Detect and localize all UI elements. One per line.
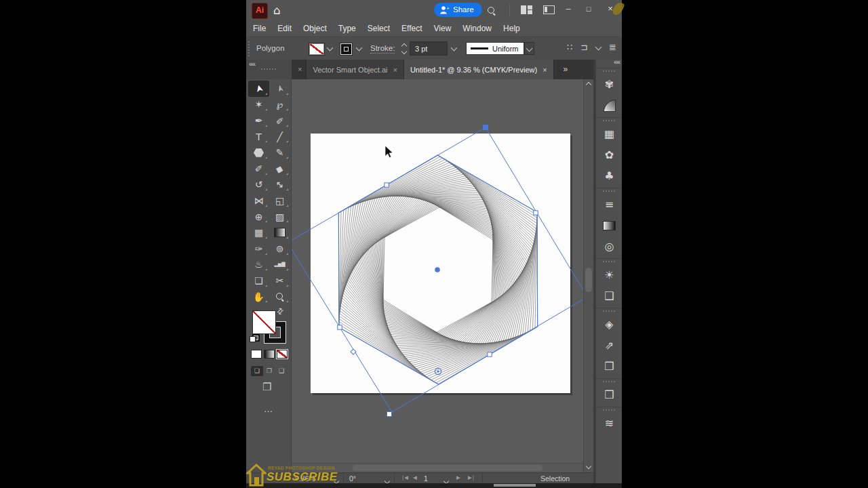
perspective-grid-tool[interactable]: ▨	[269, 209, 290, 225]
panel-group-grip[interactable]	[603, 120, 615, 121]
graphic-styles-panel-button[interactable]: ❑	[596, 285, 622, 306]
home-icon[interactable]: ⌂	[273, 2, 281, 18]
panel-group-grip[interactable]	[603, 190, 615, 192]
tab-close-icon[interactable]: ×	[542, 66, 547, 74]
tab-untitled-1[interactable]: Untitled-1* @ 9.36 % (CMYK/Preview) ×	[404, 60, 554, 79]
slice-tool[interactable]: ✂	[269, 272, 290, 289]
swap-fill-stroke-icon[interactable]: ⇄	[275, 306, 285, 317]
hand-tool[interactable]: ✋	[248, 289, 269, 305]
mesh-tool[interactable]: ▦	[248, 224, 269, 241]
graph-options-chevron-icon[interactable]	[595, 44, 602, 51]
selection-mid-handle[interactable]	[534, 211, 538, 215]
panel-group-grip[interactable]	[603, 310, 615, 312]
magic-wand-tool[interactable]: ✶	[248, 97, 269, 113]
pen-tool[interactable]: ✒	[248, 113, 269, 129]
graph-options-icon[interactable]: ⊐	[580, 43, 588, 52]
fill-color-swatch[interactable]	[252, 310, 276, 334]
hscroll-thumb[interactable]	[353, 465, 542, 471]
gradient-button[interactable]	[264, 350, 275, 359]
tab-vector-smart-object[interactable]: Vector Smart Object.ai ×	[307, 60, 403, 79]
layers-panel-button[interactable]: ◈	[596, 314, 622, 335]
collapse-left-dock-icon[interactable]: ««	[249, 60, 255, 68]
gradient-panel-button[interactable]	[596, 215, 622, 236]
minimize-button[interactable]: –	[559, 0, 577, 18]
menu-file[interactable]: File	[253, 24, 266, 33]
fill-chevron-icon[interactable]	[327, 45, 334, 52]
width-profile-chevron[interactable]	[524, 42, 534, 55]
rotate-tool[interactable]: ↺	[248, 177, 269, 193]
panel-group-grip[interactable]	[603, 261, 615, 262]
paintbrush-tool[interactable]: ✎	[269, 144, 290, 161]
tab-overflow-icon[interactable]: »	[558, 60, 574, 79]
last-page-icon[interactable]: ▶❘	[468, 474, 475, 481]
fill-swatch[interactable]	[309, 43, 325, 56]
selection-mid-handle[interactable]	[384, 183, 389, 187]
clipped-tab-close-icon[interactable]: ×	[292, 60, 307, 79]
type-tool[interactable]: T	[248, 129, 269, 145]
menu-window[interactable]: Window	[462, 24, 492, 33]
blend-tool[interactable]: ⊚	[269, 241, 290, 257]
lasso-tool[interactable]: ℘	[269, 97, 290, 113]
stroke-weight-chevron-icon[interactable]	[451, 45, 458, 52]
prev-page-icon[interactable]: ◀	[413, 474, 416, 481]
asset-export-panel-button[interactable]: ⇗	[596, 335, 622, 356]
stroke-panel-button[interactable]: ≡	[596, 194, 622, 215]
scale-tool[interactable]: ↔	[269, 177, 290, 193]
selection-tool[interactable]: ➤	[248, 81, 269, 97]
first-page-icon[interactable]: ❘◀	[401, 474, 408, 481]
menu-view[interactable]: View	[434, 24, 452, 33]
symbol-sprayer-tool[interactable]: ♨	[248, 257, 269, 273]
selection-mid-handle[interactable]	[338, 325, 342, 329]
search-icon[interactable]	[488, 5, 496, 18]
libraries-panel-button[interactable]: ❒	[596, 384, 622, 405]
document-canvas[interactable]	[292, 79, 583, 463]
scroll-down-icon[interactable]	[586, 464, 591, 469]
selection-center-point[interactable]	[435, 267, 440, 272]
eraser-tool[interactable]: ◆	[269, 161, 290, 177]
eyedropper-tool[interactable]: ✑	[248, 241, 269, 257]
color-panel-button[interactable]: ✾	[596, 74, 622, 95]
menu-object[interactable]: Object	[303, 24, 327, 33]
default-fill-stroke-icon[interactable]	[250, 334, 258, 342]
none-button[interactable]	[277, 350, 288, 359]
menu-type[interactable]: Type	[338, 24, 356, 33]
menu-help[interactable]: Help	[503, 24, 520, 33]
draw-inside-button[interactable]: ❑	[275, 366, 288, 376]
swatches-panel-button[interactable]: ▦	[596, 123, 622, 144]
artboard-tool[interactable]: ❏	[248, 272, 269, 289]
share-button[interactable]: + Share	[434, 3, 482, 17]
width-tool[interactable]: ⋈	[248, 192, 269, 209]
color-guide-panel-button[interactable]	[596, 95, 622, 116]
next-page-icon[interactable]: ▶	[456, 474, 460, 481]
direct-selection-tool[interactable]: ➣	[269, 81, 290, 97]
selection-corner-handle[interactable]	[484, 125, 488, 130]
arrange-documents-icon[interactable]	[521, 5, 532, 14]
appearance-panel-button[interactable]: ☀	[596, 264, 622, 285]
panel-grip[interactable]	[248, 41, 252, 56]
stroke-weight-field[interactable]: 3 pt	[410, 41, 448, 56]
vscroll-thumb[interactable]	[585, 268, 592, 292]
gradient-tool[interactable]	[269, 224, 290, 241]
menu-effect[interactable]: Effect	[401, 24, 422, 33]
shape-builder-tool[interactable]: ⊕	[248, 209, 269, 225]
selection-mid-handle[interactable]	[488, 352, 492, 357]
properties-panel-button[interactable]: ≋	[596, 413, 622, 434]
stroke-weight-stepper[interactable]	[399, 42, 408, 56]
vertical-scrollbar[interactable]	[583, 79, 593, 472]
edit-toolbar-icon[interactable]: …	[264, 405, 273, 413]
panel-group-grip[interactable]	[603, 70, 615, 72]
maximize-button[interactable]: □	[580, 0, 597, 18]
screen-mode-icon[interactable]: ❐	[262, 382, 271, 392]
page-number-field[interactable]: 1	[424, 474, 428, 483]
panel-group-grip[interactable]	[603, 381, 615, 382]
stroke-chevron-icon[interactable]	[356, 45, 363, 52]
rotation-field[interactable]: 0°	[349, 474, 356, 483]
collapse-right-dock-icon[interactable]: ««	[614, 58, 620, 66]
selection-corner-handle[interactable]	[387, 412, 392, 417]
workspace-switcher-icon[interactable]	[543, 5, 555, 14]
transparency-panel-button[interactable]: ◎	[596, 236, 622, 257]
tab-close-icon[interactable]: ×	[393, 66, 397, 74]
zoom-tool[interactable]	[269, 289, 290, 305]
polygon-tool[interactable]	[248, 144, 269, 161]
free-transform-tool[interactable]: ◱	[269, 192, 290, 209]
